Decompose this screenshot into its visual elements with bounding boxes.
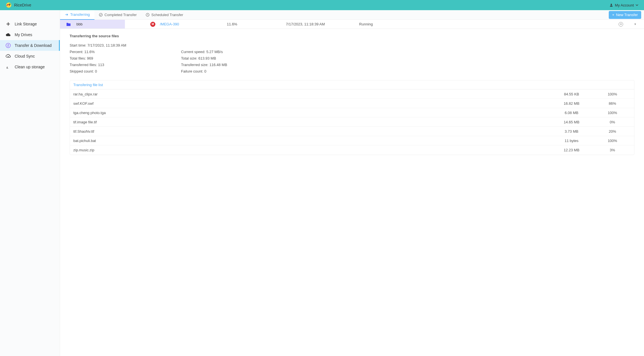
sidebar-item-transfer-download[interactable]: Transfer & Download: [0, 40, 60, 51]
file-percent: 100%: [594, 139, 631, 143]
account-label: My Account: [615, 3, 634, 7]
new-transfer-button[interactable]: + New Transfer: [609, 11, 641, 19]
sidebar-item-cleanup[interactable]: Clean up storage: [0, 62, 60, 72]
file-size: 14.65 MB: [549, 120, 594, 124]
file-name: tga.cheng photo.tga: [73, 111, 549, 115]
tab-label: Transferring: [70, 12, 90, 17]
file-row: ttf.ShaoNv.ttf3.73 MB20%: [70, 127, 634, 136]
plus-icon: +: [612, 13, 614, 17]
file-name: rar.ha_clipx.rar: [73, 92, 549, 96]
transfer-source: bbb: [60, 20, 125, 29]
file-size: 11 bytes: [549, 139, 594, 143]
new-transfer-label: New Transfer: [616, 13, 638, 17]
file-percent: 100%: [594, 92, 631, 96]
svg-point-1: [9, 4, 10, 5]
file-size: 16.82 MB: [549, 101, 594, 106]
transfer-icon: [6, 43, 11, 48]
stats-left-col: Start time: 7/17/2023, 11:18:39 AM Perce…: [70, 43, 181, 73]
file-name: swf.KOF.swf: [73, 101, 549, 106]
broom-icon: [6, 64, 11, 69]
file-size: 6.08 MB: [549, 111, 594, 115]
sync-icon: [6, 54, 11, 59]
tab-scheduled[interactable]: Scheduled Transfer: [141, 10, 188, 20]
file-row: bat.pichuli.bat11 bytes100%: [70, 136, 634, 145]
file-percent: 20%: [594, 129, 631, 134]
file-list-table: Transfering file list rar.ha_clipx.rar84…: [70, 80, 634, 155]
transfer-actions: ✕ ▾: [384, 22, 644, 27]
plus-icon: [6, 21, 11, 27]
sidebar-item-label: Clean up storage: [15, 65, 45, 69]
file-row: rar.ha_clipx.rar84.55 KB100%: [70, 89, 634, 99]
file-name: ttf.ShaoNv.ttf: [73, 129, 549, 134]
tab-label: Completed Transfer: [105, 13, 137, 17]
file-size: 12.23 MB: [549, 148, 594, 152]
file-size: 84.55 KB: [549, 92, 594, 96]
file-name: zip.music.zip: [73, 148, 549, 152]
expand-toggle[interactable]: ▾: [634, 22, 636, 26]
tab-bar: ➔ Transferring Completed Transfer Schedu…: [60, 10, 644, 20]
file-name: tif.image file.tif: [73, 120, 549, 124]
stat-failure: Failure count: 0: [181, 69, 292, 73]
stat-skipped: Skipped count: 0: [70, 69, 181, 73]
sidebar: Link Storage My Drives Transfer & Downlo…: [0, 10, 60, 356]
transfer-percent: 11.6%: [201, 22, 263, 26]
sidebar-item-cloud-sync[interactable]: Cloud Sync: [0, 51, 60, 62]
svg-point-3: [6, 43, 10, 48]
brand: RiceDrive: [6, 2, 31, 8]
transfer-task-row[interactable]: bbb M /MEGA-390 11.6% 7/17/2023, 11:18:3…: [60, 20, 644, 29]
file-row: tga.cheng photo.tga6.08 MB100%: [70, 108, 634, 117]
stat-transferred-files: Transferred files: 113: [70, 63, 181, 67]
transfer-status: Running: [348, 22, 384, 26]
svg-point-4: [99, 13, 102, 16]
chevron-down-icon: [636, 4, 638, 6]
transfer-time: 7/17/2023, 11:18:39 AM: [263, 22, 348, 26]
stat-percent: Percent: 11.6%: [70, 50, 181, 54]
person-icon: [609, 3, 613, 7]
file-list-header: Transfering file list: [70, 80, 634, 89]
stat-transferred-size: Transferred size: 116.48 MB: [181, 63, 292, 67]
stat-speed: Current speed: 5.27 MB/s: [181, 50, 292, 54]
arrow-right-icon: ➔: [65, 13, 69, 17]
brand-name: RiceDrive: [14, 3, 31, 7]
stats-right-col: Current speed: 5.27 MB/s Total size: 613…: [181, 43, 292, 73]
tab-transferring[interactable]: ➔ Transferring: [60, 10, 94, 20]
file-size: 3.73 MB: [549, 129, 594, 134]
cloud-icon: [6, 32, 11, 37]
clock-icon: [146, 13, 150, 17]
check-circle-icon: [99, 13, 103, 17]
file-percent: 3%: [594, 148, 631, 152]
tab-completed[interactable]: Completed Transfer: [94, 10, 141, 20]
stat-total-files: Total files: 969: [70, 56, 181, 60]
main-panel: ➔ Transferring Completed Transfer Schedu…: [60, 10, 644, 356]
sidebar-item-label: Cloud Sync: [15, 54, 35, 58]
account-menu[interactable]: My Account: [609, 3, 638, 7]
mega-icon: M: [150, 22, 155, 27]
transfer-destination: M /MEGA-390: [125, 22, 201, 27]
destination-name: /MEGA-390: [160, 22, 179, 26]
folder-icon: [66, 22, 71, 26]
file-row: tif.image file.tif14.65 MB0%: [70, 117, 634, 127]
sidebar-item-label: My Drives: [15, 32, 32, 37]
svg-point-2: [610, 4, 612, 5]
details-title: Transferring the source files: [70, 34, 634, 38]
file-name: bat.pichuli.bat: [73, 139, 549, 143]
file-percent: 86%: [594, 101, 631, 106]
sidebar-item-link-storage[interactable]: Link Storage: [0, 19, 60, 29]
file-percent: 100%: [594, 111, 631, 115]
stat-total-size: Total size: 613.93 MB: [181, 56, 292, 60]
sidebar-item-my-drives[interactable]: My Drives: [0, 29, 60, 40]
cancel-button[interactable]: ✕: [619, 22, 623, 27]
transfer-details: Transferring the source files Start time…: [60, 29, 644, 162]
file-percent: 0%: [594, 120, 631, 124]
sidebar-item-label: Link Storage: [15, 22, 37, 26]
source-name: bbb: [76, 22, 83, 26]
tab-label: Scheduled Transfer: [151, 13, 183, 17]
file-row: zip.music.zip12.23 MB3%: [70, 145, 634, 155]
stat-start-time: Start time: 7/17/2023, 11:18:39 AM: [70, 43, 181, 47]
sidebar-item-label: Transfer & Download: [15, 43, 52, 48]
ricedrive-logo-icon: [6, 2, 12, 8]
app-header: RiceDrive My Account: [0, 0, 644, 10]
file-row: swf.KOF.swf16.82 MB86%: [70, 99, 634, 108]
